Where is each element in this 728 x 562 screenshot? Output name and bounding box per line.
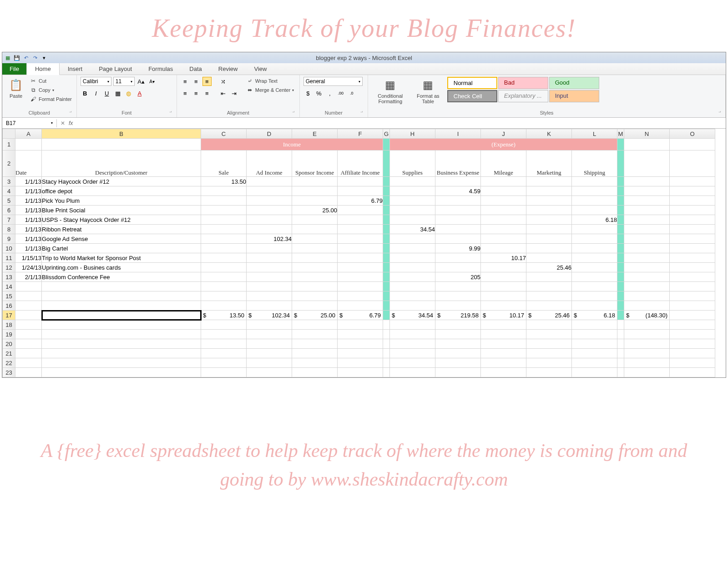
row-head-18[interactable]: 18 — [3, 320, 15, 330]
row-head-13[interactable]: 13 — [3, 272, 15, 282]
cell-sale[interactable] — [201, 225, 247, 234]
cell-affiliate[interactable] — [338, 234, 383, 244]
cell-desc[interactable]: office depot — [42, 186, 201, 196]
align-top-icon[interactable]: ≡ — [181, 77, 190, 86]
increase-decimal-icon[interactable]: .00 — [336, 89, 345, 98]
row-head-2[interactable]: 2 — [3, 151, 15, 177]
font-color-button[interactable]: A — [135, 89, 144, 98]
cell-ad[interactable] — [247, 186, 292, 196]
cell-desc[interactable]: Google Ad Sense — [42, 234, 201, 244]
row-head-5[interactable]: 5 — [3, 196, 15, 206]
cell-mileage[interactable] — [481, 196, 526, 206]
cell-mileage[interactable] — [481, 186, 526, 196]
cell-date[interactable]: 1/1/13 — [15, 206, 42, 215]
selected-cell[interactable] — [42, 311, 201, 320]
cell-marketing[interactable] — [526, 186, 572, 196]
comma-icon[interactable]: , — [325, 89, 334, 98]
col-head-M[interactable]: M — [617, 129, 624, 139]
cell-mileage[interactable] — [481, 215, 526, 225]
cell-desc[interactable]: Stacy Haycock Order #12 — [42, 177, 201, 186]
cell-sponsor[interactable] — [292, 263, 338, 272]
row-head-1[interactable]: 1 — [3, 139, 15, 151]
cut-button[interactable]: ✂Cut — [29, 77, 73, 85]
row-head-21[interactable]: 21 — [3, 349, 15, 358]
cell-sponsor[interactable] — [292, 225, 338, 234]
cell-shipping[interactable] — [572, 263, 617, 272]
cell-marketing[interactable]: 25.46 — [526, 263, 572, 272]
cell-sponsor[interactable] — [292, 253, 338, 263]
cell-ad[interactable] — [247, 206, 292, 215]
undo-icon[interactable]: ↶ — [22, 54, 30, 61]
col-head-I[interactable]: I — [435, 129, 481, 139]
cell-business[interactable] — [435, 206, 481, 215]
cell-ad[interactable] — [247, 263, 292, 272]
col-head-C[interactable]: C — [201, 129, 247, 139]
cell-affiliate[interactable] — [338, 244, 383, 253]
cell-business[interactable] — [435, 196, 481, 206]
row-head-19[interactable]: 19 — [3, 330, 15, 339]
align-middle-icon[interactable]: ≡ — [192, 77, 201, 86]
cell-sponsor[interactable] — [292, 215, 338, 225]
cell-business[interactable] — [435, 215, 481, 225]
formula-input[interactable] — [76, 120, 722, 126]
cell-ad[interactable] — [247, 272, 292, 282]
cell-desc[interactable]: Trip to World Market for Sponsor Post — [42, 253, 201, 263]
cell-sponsor[interactable] — [292, 244, 338, 253]
tab-file[interactable]: File — [2, 63, 26, 75]
cell-supplies[interactable] — [390, 186, 435, 196]
cell-sponsor[interactable]: 25.00 — [292, 206, 338, 215]
cell-supplies[interactable]: 34.54 — [390, 225, 435, 234]
row-head-15[interactable]: 15 — [3, 291, 15, 301]
cell-sale[interactable] — [201, 263, 247, 272]
cell-desc[interactable]: Blue Print Social — [42, 206, 201, 215]
decrease-indent-icon[interactable]: ⇤ — [219, 89, 228, 98]
cell-styles-gallery[interactable]: Normal Bad Good Check Cell Explanatory .… — [447, 77, 599, 102]
row-head-14[interactable]: 14 — [3, 282, 15, 291]
style-good[interactable]: Good — [549, 77, 599, 89]
total-affiliate[interactable]: $6.79 — [338, 311, 383, 320]
italic-button[interactable]: I — [91, 89, 101, 98]
col-head-L[interactable]: L — [572, 129, 617, 139]
tab-formulas[interactable]: Formulas — [140, 63, 181, 75]
cell-date[interactable]: 1/1/13 — [15, 196, 42, 206]
cell-sale[interactable] — [201, 272, 247, 282]
grow-font-icon[interactable]: A▴ — [136, 77, 146, 86]
cell-desc[interactable]: USPS - Stacy Haycock Order #12 — [42, 215, 201, 225]
align-center-icon[interactable]: ≡ — [192, 89, 201, 98]
cell-shipping[interactable] — [572, 177, 617, 186]
cell-marketing[interactable] — [526, 225, 572, 234]
col-head-O[interactable]: O — [670, 129, 715, 139]
tab-data[interactable]: Data — [181, 63, 210, 75]
cell-supplies[interactable] — [390, 272, 435, 282]
cell-affiliate[interactable] — [338, 253, 383, 263]
cell-supplies[interactable] — [390, 263, 435, 272]
tab-review[interactable]: Review — [210, 63, 246, 75]
cell-affiliate[interactable] — [338, 206, 383, 215]
col-head-J[interactable]: J — [481, 129, 526, 139]
select-all-corner[interactable] — [3, 129, 15, 139]
cell-desc[interactable]: Ribbon Retreat — [42, 225, 201, 234]
cell-sponsor[interactable] — [292, 196, 338, 206]
cell-sale[interactable] — [201, 253, 247, 263]
cell-sale[interactable] — [201, 234, 247, 244]
align-left-icon[interactable]: ≡ — [181, 89, 190, 98]
col-head-K[interactable]: K — [526, 129, 572, 139]
fill-color-button[interactable]: ◍ — [124, 89, 133, 98]
cell-date[interactable]: 2/1/13 — [15, 272, 42, 282]
bold-button[interactable]: B — [81, 89, 90, 98]
cell-shipping[interactable] — [572, 196, 617, 206]
orientation-icon[interactable]: ⤭ — [219, 77, 228, 86]
cell-sale[interactable] — [201, 244, 247, 253]
cell-desc[interactable]: Big Cartel — [42, 244, 201, 253]
row-head-20[interactable]: 20 — [3, 339, 15, 349]
currency-icon[interactable]: $ — [303, 89, 313, 98]
paste-button[interactable]: 📋 Paste — [6, 77, 26, 100]
cell-mileage[interactable] — [481, 225, 526, 234]
row-head-7[interactable]: 7 — [3, 215, 15, 225]
cell-business[interactable]: 9.99 — [435, 244, 481, 253]
style-normal[interactable]: Normal — [447, 77, 497, 89]
cell-business[interactable] — [435, 234, 481, 244]
row-head-17[interactable]: 17 — [3, 311, 15, 320]
style-input[interactable]: Input — [549, 90, 599, 102]
col-head-E[interactable]: E — [292, 129, 338, 139]
